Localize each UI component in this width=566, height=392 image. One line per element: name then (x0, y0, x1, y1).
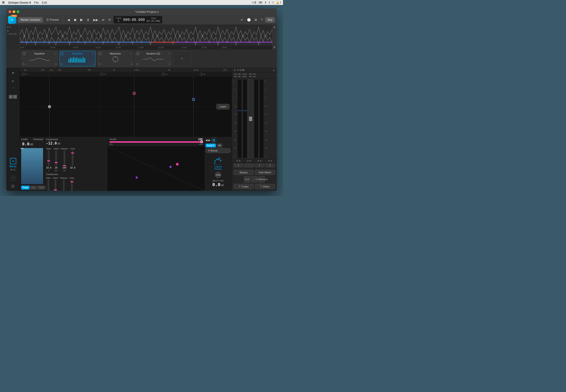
all-bands-button[interactable]: All (217, 144, 222, 147)
c1-knee-slider[interactable] (72, 150, 74, 166)
deq-settings-icon[interactable]: S (169, 63, 170, 65)
help-button-sidebar[interactable]: ? (10, 176, 16, 181)
eq-list-icon[interactable]: ☰ (23, 63, 25, 65)
s-button[interactable]: S (14, 168, 15, 171)
bands-button[interactable]: ⟲ Bands (206, 148, 231, 153)
undo-button[interactable]: ↩ (240, 17, 244, 23)
m-button[interactable]: M (10, 168, 12, 171)
help-button[interactable]: ? (260, 17, 264, 23)
c2-knee-thumb[interactable] (70, 181, 74, 182)
scroll-up[interactable]: ▲ (273, 26, 276, 28)
band3-settings-icon[interactable]: S (166, 73, 167, 75)
add-band-button[interactable]: + (13, 95, 17, 98)
parallel-knob[interactable] (200, 140, 203, 143)
band1-button[interactable]: Band 1 (206, 144, 216, 147)
band2-info-icon[interactable]: i (100, 73, 104, 76)
c2-release-slider[interactable] (63, 180, 65, 191)
band1-settings-icon[interactable]: S (26, 73, 27, 75)
transport-stop[interactable]: ⏹ (73, 17, 77, 23)
dyn-list-icon[interactable]: ☰ (61, 63, 62, 65)
io-arrow-up[interactable]: ▲ (273, 69, 275, 71)
deq-dots-icon[interactable]: ··· (139, 63, 141, 65)
deq-list-icon[interactable]: ☰ (136, 63, 138, 65)
peak-mode-button[interactable]: Peak (21, 186, 30, 189)
reset-left-button[interactable]: ↺ (234, 164, 243, 167)
eq-settings-icon[interactable]: S (55, 63, 57, 65)
band1-info-icon[interactable]: i (22, 73, 25, 76)
dyn-info-icon[interactable]: i (61, 52, 64, 55)
module-equalizer[interactable]: i Equalizer × ☰ ··· S (22, 51, 58, 66)
solo-tool[interactable]: ⊳ (10, 78, 16, 84)
presets-button[interactable]: ☰ Presets (45, 17, 61, 22)
module-maximizer[interactable]: i Maximizer × ☰ ··· S (97, 51, 134, 66)
dyn-dots-icon[interactable]: ··· (63, 63, 65, 65)
history-button[interactable]: 🕐 (246, 17, 252, 23)
scroll-down[interactable]: ▼ (273, 46, 276, 49)
app-name[interactable]: iZotope Ozone 8 (8, 1, 31, 4)
eq-info-icon[interactable]: i (23, 52, 26, 55)
c1-attack-slider[interactable] (55, 150, 57, 166)
c2-attack-thumb[interactable] (54, 189, 57, 190)
rms-mode-button[interactable]: RMS (37, 186, 45, 189)
add-module-button[interactable]: + (173, 51, 191, 66)
transport-back[interactable]: ◀ (66, 17, 71, 23)
io-dropdown-arrow[interactable]: ▼ (234, 69, 236, 71)
add-track-button[interactable]: + (7, 26, 9, 28)
reset-center-button[interactable]: - (244, 164, 254, 167)
maximize-button[interactable] (17, 10, 19, 13)
dyn-close-button[interactable]: × (91, 52, 94, 55)
minimize-button[interactable] (13, 10, 15, 13)
codec-button[interactable]: ⓘ Codec (234, 184, 254, 189)
max-list-icon[interactable]: ☰ (98, 63, 100, 65)
gain-fader[interactable] (248, 79, 253, 158)
dither-button[interactable]: ⓘ Dither (255, 184, 275, 189)
threshold-slider-thumb[interactable] (20, 148, 24, 149)
close-button[interactable] (9, 10, 11, 13)
eq-close-button[interactable]: × (53, 52, 57, 55)
dyn-settings-icon[interactable]: S (93, 63, 94, 65)
max-info-icon[interactable]: i (98, 52, 102, 55)
reset-far-right-button[interactable]: ↺ (265, 164, 275, 167)
globe-icon[interactable]: 🌐 (211, 138, 216, 143)
gain-fader-thumb[interactable] (249, 117, 252, 121)
remove-band-button[interactable]: × (9, 95, 13, 98)
band2-settings-icon[interactable]: S (104, 73, 106, 75)
headphones-button[interactable]: Ω (10, 184, 16, 189)
menu-file[interactable]: File (34, 1, 39, 4)
info-icon-button[interactable]: ⓘ Reference (258, 176, 265, 182)
c2-attack-slider[interactable] (55, 180, 56, 191)
c2-knee-slider[interactable] (71, 180, 73, 191)
max-settings-icon[interactable]: S (131, 63, 132, 65)
gain-match-button[interactable]: Gain Match (255, 170, 275, 175)
stereo-label[interactable]: Stereo (9, 165, 16, 168)
deq-close-button[interactable]: × (167, 52, 170, 55)
c1-ratio-thumb[interactable] (47, 160, 50, 161)
max-dots-icon[interactable]: ··· (101, 63, 103, 65)
stereo-link-button[interactable]: ⊗ (10, 158, 16, 164)
c1-release-slider[interactable] (63, 150, 65, 166)
bypass-button[interactable]: Bypass (234, 170, 254, 175)
transport-play[interactable]: ▶ (79, 17, 84, 23)
c1-attack-thumb[interactable] (55, 162, 58, 163)
max-close-button[interactable]: × (129, 52, 132, 55)
c2-ratio-slider[interactable] (47, 180, 49, 191)
reset-right-button[interactable]: ↺ (255, 164, 265, 167)
master-assistant-button[interactable]: Master Assistant (18, 17, 43, 23)
remove-track-button[interactable]: × (9, 26, 11, 28)
logo-button[interactable]: ≈ TRIAL (8, 16, 16, 24)
c1-ratio-slider[interactable] (48, 150, 50, 166)
eq-display[interactable]: Learn (20, 77, 232, 137)
parallel-slider[interactable] (109, 141, 203, 143)
deq-info-icon[interactable]: i (136, 52, 139, 55)
curve-tool[interactable]: ⌒ (10, 86, 16, 92)
band4-info-icon[interactable]: i (200, 73, 203, 76)
c1-release-thumb[interactable] (63, 165, 66, 166)
transport-refresh[interactable]: ↺ (107, 17, 112, 23)
waveform-canvas[interactable] (20, 25, 272, 45)
c1-knee-thumb[interactable] (71, 153, 74, 154)
band-prev-button[interactable]: ◀ (206, 139, 208, 142)
learn-button[interactable]: Learn (217, 104, 229, 109)
io-dropdown-arrow2[interactable]: ▼ (237, 69, 239, 71)
transport-forward[interactable]: ▶▶ (92, 17, 99, 23)
link-icon-button[interactable]: ⊙⊙ (244, 176, 250, 182)
